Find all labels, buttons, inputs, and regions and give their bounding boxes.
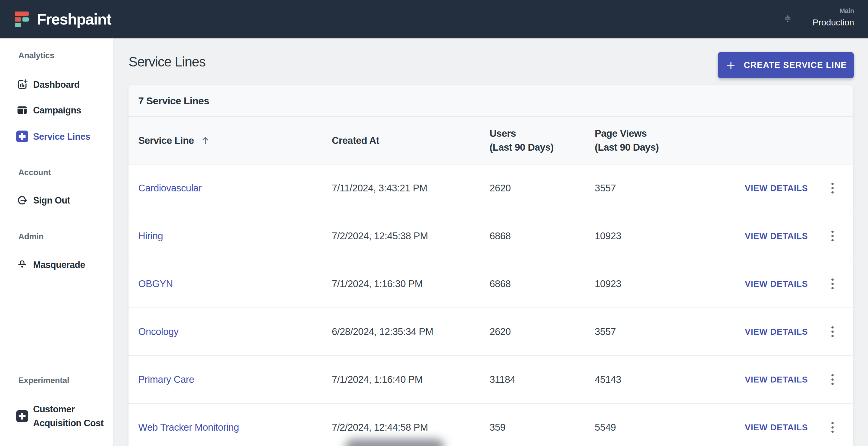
table-row: Web Tracker Monitoring 7/2/2024, 12:44:5… [128, 404, 853, 446]
table-body: Cardiovascular 7/11/2024, 3:43:21 PM 262… [128, 164, 853, 446]
created-at-cell: 7/1/2024, 1:16:30 PM [332, 278, 490, 289]
sidebar-item-campaigns[interactable]: Campaigns [16, 103, 111, 117]
sidebar-item-label: Masquerade [33, 258, 85, 272]
sidebar-item-label: Campaigns [33, 103, 81, 117]
sign-out-icon [16, 194, 28, 206]
users-cell: 6868 [490, 230, 595, 242]
service-line-link[interactable]: OBGYN [138, 278, 173, 289]
users-cell: 6868 [490, 278, 595, 289]
page-views-cell: 5549 [595, 422, 745, 433]
sidebar-item-label: Customer Acquisition Cost [33, 402, 111, 430]
column-header-service-line[interactable]: Service Line [138, 133, 332, 148]
users-cell: 31184 [490, 374, 595, 385]
created-at-cell: 7/1/2024, 1:16:40 PM [332, 374, 490, 385]
created-at-cell: 7/11/2024, 3:43:21 PM [332, 183, 490, 194]
row-menu-button[interactable] [824, 372, 841, 387]
sidebar-item-label: Dashboard [33, 78, 80, 92]
table-row: Hiring 7/2/2024, 12:45:38 PM 6868 10923 … [128, 212, 853, 260]
freshpaint-logo-icon [15, 11, 29, 27]
sort-ascending-arrow-icon [200, 135, 210, 145]
row-menu-button[interactable] [824, 180, 841, 196]
table-row: Oncology 6/28/2024, 12:35:34 PM 2620 355… [128, 308, 853, 356]
created-at-cell: 7/2/2024, 12:44:58 PM [332, 422, 490, 433]
page-views-cell: 10923 [595, 278, 745, 289]
service-lines-plus-icon [16, 131, 28, 142]
table-row: Primary Care 7/1/2024, 1:16:40 PM 31184 … [128, 356, 853, 404]
page-title: Service Lines [128, 54, 206, 70]
view-details-link[interactable]: VIEW DETAILS [745, 279, 808, 289]
table-header-row: Service Line Created At Users (Last 90 D… [128, 117, 853, 164]
kebab-menu-icon [827, 229, 838, 243]
sidebar-section-account: Account [18, 168, 51, 177]
service-line-link[interactable]: Oncology [138, 326, 179, 337]
view-details-link[interactable]: VIEW DETAILS [745, 423, 808, 433]
sidebar-item-masquerade[interactable]: Masquerade [16, 258, 111, 272]
view-details-link[interactable]: VIEW DETAILS [745, 375, 808, 385]
sidebar-section-experimental: Experimental [18, 376, 69, 385]
table-summary: 7 Service Lines [128, 85, 853, 117]
create-service-line-button[interactable]: CREATE SERVICE LINE [718, 52, 854, 78]
view-details-link[interactable]: VIEW DETAILS [745, 184, 808, 193]
column-header-users[interactable]: Users (Last 90 Days) [490, 126, 595, 154]
users-cell: 2620 [490, 326, 595, 337]
row-menu-button[interactable] [824, 276, 841, 292]
sidebar-item-customer-acquisition-cost[interactable]: Customer Acquisition Cost [16, 402, 111, 431]
environment-switcher[interactable]: Main Production [813, 7, 854, 28]
row-menu-button[interactable] [824, 324, 841, 340]
row-menu-button[interactable] [824, 228, 841, 244]
kebab-menu-icon [827, 373, 838, 386]
sidebar-item-label: Sign Out [33, 193, 70, 208]
plus-icon [725, 59, 737, 71]
brand-name: Freshpaint [37, 10, 111, 28]
service-line-link[interactable]: Cardiovascular [138, 183, 202, 193]
table-row: OBGYN 7/1/2024, 1:16:30 PM 6868 10923 VI… [128, 260, 853, 308]
service-line-link[interactable]: Primary Care [138, 374, 194, 385]
service-lines-card: 7 Service Lines Service Line Created At … [128, 85, 853, 446]
sidebar-item-label: Service Lines [33, 130, 90, 144]
row-menu-button[interactable] [824, 419, 841, 435]
dashboard-chart-icon [16, 78, 28, 90]
created-at-cell: 7/2/2024, 12:45:38 PM [332, 230, 490, 242]
sidebar: Analytics Dashboard Campaigns [0, 38, 114, 446]
created-at-cell: 6/28/2024, 12:35:34 PM [332, 326, 490, 337]
environment-name: Production [813, 17, 854, 28]
top-bar: Freshpaint Main Production [0, 0, 868, 38]
masquerade-spy-icon [16, 259, 28, 270]
project-name: Main [813, 7, 854, 15]
kebab-menu-icon [827, 325, 838, 339]
page-views-cell: 45143 [595, 374, 745, 385]
table-row: Cardiovascular 7/11/2024, 3:43:21 PM 262… [128, 164, 853, 212]
users-cell: 359 [490, 422, 595, 433]
column-header-created-at[interactable]: Created At [332, 133, 490, 148]
sidebar-section-admin: Admin [18, 232, 44, 241]
customer-acquisition-cost-plus-icon [16, 410, 28, 422]
page-views-cell: 10923 [595, 230, 745, 242]
create-button-label: CREATE SERVICE LINE [744, 60, 847, 70]
sidebar-item-dashboard[interactable]: Dashboard [16, 77, 111, 92]
page-views-cell: 3557 [595, 326, 745, 337]
app-root: Freshpaint Main Production Analytics [0, 0, 868, 446]
page-views-cell: 3557 [595, 183, 745, 194]
users-cell: 2620 [490, 183, 595, 194]
environment-selector-icon[interactable] [783, 14, 793, 25]
column-header-page-views[interactable]: Page Views (Last 90 Days) [595, 126, 745, 154]
kebab-menu-icon [827, 181, 838, 195]
campaigns-window-icon [16, 104, 28, 116]
kebab-menu-icon [827, 277, 838, 291]
sidebar-item-service-lines[interactable]: Service Lines [16, 129, 111, 144]
view-details-link[interactable]: VIEW DETAILS [745, 231, 808, 241]
sidebar-item-sign-out[interactable]: Sign Out [16, 193, 111, 208]
kebab-menu-icon [827, 421, 838, 434]
brand-logo[interactable]: Freshpaint [15, 0, 111, 38]
view-details-link[interactable]: VIEW DETAILS [745, 327, 808, 337]
service-line-link[interactable]: Web Tracker Monitoring [138, 422, 239, 433]
service-line-link[interactable]: Hiring [138, 230, 163, 241]
sidebar-section-analytics: Analytics [18, 51, 54, 60]
